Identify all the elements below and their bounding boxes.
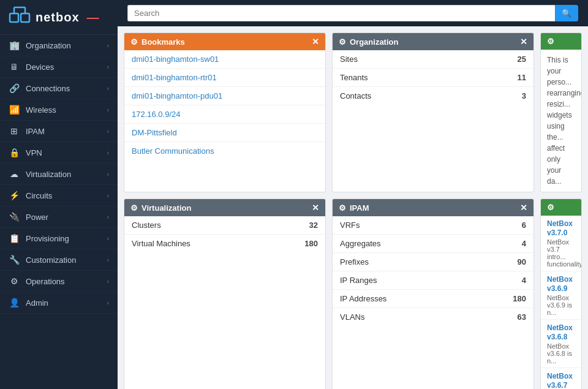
nav-icon-ipam: ⊞ xyxy=(9,126,20,136)
widgets-row-1: ⚙ Bookmarks ✕ dmi01-binghamton-sw01dmi01… xyxy=(124,32,582,192)
info-gear-icon[interactable]: ⚙ xyxy=(547,37,554,46)
nav-icon-operations: ⚙ xyxy=(9,276,20,286)
nav-label-virtualization: Virtualization xyxy=(26,170,71,179)
news-desc: NetBox v3.6.8 is n... xyxy=(547,342,575,364)
search-input[interactable] xyxy=(127,5,555,21)
nav-arrow-circuits: › xyxy=(107,192,109,199)
ipam-gear-icon[interactable]: ⚙ xyxy=(339,203,346,213)
nav-label-power: Power xyxy=(26,213,48,222)
logo-icon xyxy=(9,6,31,28)
ipam-row: IP Addresses180 xyxy=(333,290,533,308)
virt-row: Virtual Machines180 xyxy=(124,235,325,252)
sidebar-item-devices[interactable]: 🖥 Devices › xyxy=(0,56,118,78)
nav-icon-devices: 🖥 xyxy=(9,62,20,72)
sidebar-item-virtualization[interactable]: ☁ Virtualization › xyxy=(0,164,118,185)
nav-icon-organization: 🏢 xyxy=(9,40,20,50)
sidebar-item-admin[interactable]: 👤 Admin › xyxy=(0,292,118,314)
virtualization-gear-icon[interactable]: ⚙ xyxy=(130,203,138,213)
sidebar-item-vpn[interactable]: 🔒 VPN › xyxy=(0,142,118,164)
virtualization-close-button[interactable]: ✕ xyxy=(312,203,319,213)
bookmark-item[interactable]: dmi01-binghamton-pdu01 xyxy=(124,87,325,105)
org-row-label: Tenants xyxy=(340,73,368,82)
ipam-widget: ⚙ IPAM ✕ VRFs6Aggregates4Prefixes90IP Ra… xyxy=(332,198,534,389)
main-content: 🔍 ⚙ Bookmarks ✕ dmi01-binghamton-sw01dmi… xyxy=(118,0,588,389)
nav-label-organization: Organization xyxy=(26,41,71,50)
organization-rows: Sites25Tenants11Contacts3 xyxy=(333,50,533,105)
search-wrap: 🔍 xyxy=(127,5,578,21)
bookmarks-close-button[interactable]: ✕ xyxy=(312,37,319,47)
ipam-row-count: 63 xyxy=(518,312,526,322)
bookmark-item[interactable]: Butler Communications xyxy=(124,142,325,160)
nav-icon-virtualization: ☁ xyxy=(9,169,20,179)
nav-arrow-admin: › xyxy=(107,300,109,306)
sidebar-item-customization[interactable]: 🔧 Customization › xyxy=(0,249,118,271)
nav-icon-vpn: 🔒 xyxy=(9,148,20,157)
nav-icon-circuits: ⚡ xyxy=(9,191,20,200)
nav-icon-connections: 🔗 xyxy=(9,83,20,93)
content-area: ⚙ Bookmarks ✕ dmi01-binghamton-sw01dmi01… xyxy=(118,26,588,389)
ipam-row-label: IP Addresses xyxy=(340,294,386,303)
nav-arrow-power: › xyxy=(107,214,109,221)
org-row-label: Sites xyxy=(340,55,358,64)
news-link[interactable]: NetBox v3.6.9 xyxy=(547,275,573,293)
nav-arrow-devices: › xyxy=(107,64,109,70)
bookmark-item[interactable]: 172.16.0.9/24 xyxy=(124,105,325,124)
org-row-count: 3 xyxy=(522,91,526,100)
news-widget: ⚙ NetBox v3.7.0NetBox v3.7 intro... func… xyxy=(540,198,582,389)
ipam-row-count: 90 xyxy=(518,257,526,266)
news-item: NetBox v3.6.8NetBox v3.6.8 is n... xyxy=(541,320,581,368)
nav-icon-admin: 👤 xyxy=(9,298,20,308)
sidebar-item-operations[interactable]: ⚙ Operations › xyxy=(0,271,118,292)
sidebar-item-provisioning[interactable]: 📋 Provisioning › xyxy=(0,228,118,249)
nav-icon-wireless: 📶 xyxy=(9,105,20,115)
search-button[interactable]: 🔍 xyxy=(555,5,578,21)
ipam-close-button[interactable]: ✕ xyxy=(520,203,527,213)
sidebar-item-circuits[interactable]: ⚡ Circuits › xyxy=(0,185,118,206)
bookmark-item[interactable]: dmi01-binghamton-rtr01 xyxy=(124,69,325,87)
sidebar-item-ipam[interactable]: ⊞ IPAM › xyxy=(0,121,118,142)
virt-row-count: 32 xyxy=(309,221,318,230)
organization-close-button[interactable]: ✕ xyxy=(520,37,527,47)
news-link[interactable]: NetBox v3.6.8 xyxy=(547,323,573,341)
bookmarks-title: Bookmarks xyxy=(141,37,185,47)
news-link[interactable]: NetBox v3.6.7 xyxy=(547,372,573,389)
news-link[interactable]: NetBox v3.7.0 xyxy=(547,219,573,237)
virtualization-widget: ⚙ Virtualization ✕ Clusters32Virtual Mac… xyxy=(124,198,326,389)
news-gear-icon[interactable]: ⚙ xyxy=(547,203,554,212)
organization-gear-icon[interactable]: ⚙ xyxy=(339,37,346,47)
virtualization-title: Virtualization xyxy=(141,203,191,213)
ipam-row-count: 4 xyxy=(522,276,526,285)
news-desc: NetBox v3.6.9 is n... xyxy=(547,294,575,316)
nav-label-wireless: Wireless xyxy=(26,105,56,115)
virt-row: Clusters32 xyxy=(124,216,325,235)
nav-arrow-ipam: › xyxy=(107,128,109,135)
svg-rect-1 xyxy=(21,13,29,22)
ipam-row-label: VLANs xyxy=(340,312,364,322)
nav-arrow-virtualization: › xyxy=(107,171,109,178)
nav-icon-power: 🔌 xyxy=(9,212,20,222)
nav-arrow-customization: › xyxy=(107,257,109,263)
bookmark-item[interactable]: DM-Pittsfield xyxy=(124,124,325,142)
ipam-row-label: Prefixes xyxy=(340,257,369,266)
org-row: Sites25 xyxy=(333,50,533,69)
bookmarks-gear-icon[interactable]: ⚙ xyxy=(130,37,138,47)
svg-rect-0 xyxy=(10,13,18,22)
ipam-row-label: IP Ranges xyxy=(340,276,377,285)
info-body: This is your perso...rearranging, resizi… xyxy=(541,50,581,192)
bookmark-item[interactable]: dmi01-binghamton-sw01 xyxy=(124,50,325,69)
sidebar-item-wireless[interactable]: 📶 Wireless › xyxy=(0,99,118,121)
ipam-row: IP Ranges4 xyxy=(333,271,533,290)
org-row-label: Contacts xyxy=(340,91,371,100)
sidebar-item-power[interactable]: 🔌 Power › xyxy=(0,206,118,228)
org-row-count: 11 xyxy=(518,73,526,82)
org-row: Tenants11 xyxy=(333,69,533,87)
org-row: Contacts3 xyxy=(333,87,533,105)
logo-area: netbox — xyxy=(0,0,118,35)
sidebar-item-connections[interactable]: 🔗 Connections › xyxy=(0,78,118,99)
ipam-row-count: 6 xyxy=(522,221,526,230)
organization-header: ⚙ Organization ✕ xyxy=(333,33,533,50)
nav-icon-customization: 🔧 xyxy=(9,255,20,265)
sidebar-item-organization[interactable]: 🏢 Organization › xyxy=(0,35,118,56)
nav-label-circuits: Circuits xyxy=(26,191,52,200)
bookmarks-list: dmi01-binghamton-sw01dmi01-binghamton-rt… xyxy=(124,50,325,160)
